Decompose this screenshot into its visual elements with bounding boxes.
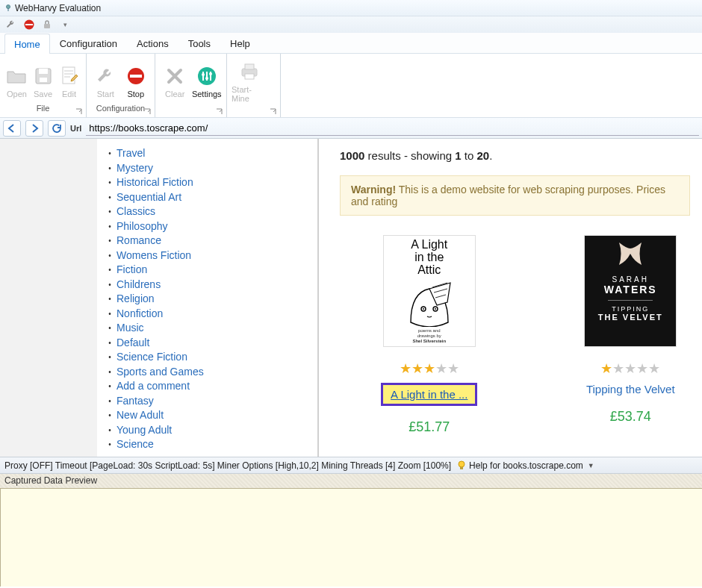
tab-actions[interactable]: Actions (127, 33, 178, 53)
category-link[interactable]: New Adult (117, 408, 164, 423)
document-edit-icon (58, 64, 81, 88)
svg-rect-7 (40, 78, 47, 82)
wrench-icon[interactable] (4, 18, 18, 31)
launcher-icon[interactable] (270, 108, 277, 116)
url-label: Url (70, 124, 81, 133)
svg-rect-8 (63, 67, 75, 84)
category-link[interactable]: Science Fiction (117, 350, 187, 365)
save-icon (31, 64, 55, 88)
svg-rect-3 (25, 24, 33, 25)
category-item: Fantasy (103, 394, 311, 409)
svg-rect-23 (460, 467, 463, 469)
workspace: TravelMysteryHistorical FictionSequentia… (0, 139, 702, 457)
star-rating: ★★★★★ (571, 362, 691, 375)
lock-icon[interactable] (40, 18, 54, 31)
status-text: Proxy [OFF] Timeout [PageLoad: 30s Scrip… (4, 460, 451, 471)
category-item: Science (103, 437, 311, 452)
svg-rect-1 (8, 8, 9, 11)
url-input[interactable] (86, 121, 699, 136)
category-item: Nonfiction (103, 307, 311, 322)
category-link[interactable]: Default (117, 336, 149, 351)
stop-icon (124, 64, 148, 88)
category-link[interactable]: Romance (117, 234, 161, 248)
book-cover[interactable]: SARAHWATERSTIPPINGTHE VELVET (584, 235, 677, 347)
dropdown-icon[interactable]: ▾ (58, 18, 72, 31)
svg-rect-4 (44, 24, 50, 28)
svg-rect-17 (245, 74, 254, 79)
category-link[interactable]: Childrens (117, 278, 161, 293)
forward-button[interactable] (25, 120, 43, 137)
launcher-icon[interactable] (216, 108, 223, 116)
category-link[interactable]: Music (117, 321, 144, 336)
launcher-icon[interactable] (75, 108, 83, 116)
menu-bar: Home Configuration Actions Tools Help (0, 33, 702, 54)
caret-down-icon: ▼ (588, 462, 594, 469)
help-link[interactable]: Help for books.toscrape.com ▼ (457, 460, 594, 471)
start-mine-button[interactable]: Start-Mine (232, 58, 267, 103)
category-item: Default (103, 336, 311, 351)
open-button[interactable]: Open (4, 63, 29, 98)
category-link[interactable]: Add a comment (117, 379, 190, 394)
status-bar: Proxy [OFF] Timeout [PageLoad: 30s Scrip… (0, 457, 702, 473)
category-link[interactable]: Travel (117, 146, 145, 161)
start-button[interactable]: Start (91, 63, 120, 98)
category-list: TravelMysteryHistorical FictionSequentia… (103, 146, 311, 452)
category-link[interactable]: Young Adult (117, 423, 172, 438)
category-item: Sequential Art (103, 190, 311, 205)
tab-home[interactable]: Home (4, 34, 50, 54)
category-item: Philosophy (103, 219, 311, 234)
category-link[interactable]: Sports and Games (117, 365, 204, 380)
svg-point-22 (459, 461, 465, 467)
wrench-large-icon (93, 64, 117, 88)
clear-button[interactable]: Clear (160, 63, 190, 98)
back-button[interactable] (3, 120, 21, 137)
product-title-link[interactable]: Tipping the Velvet (586, 383, 675, 395)
svg-point-20 (423, 308, 424, 310)
category-item: Historical Fiction (103, 175, 311, 190)
category-link[interactable]: Mystery (117, 161, 153, 176)
category-link[interactable]: Fantasy (117, 394, 154, 409)
category-link[interactable]: Womens Fiction (117, 248, 191, 263)
category-link[interactable]: Sequential Art (117, 190, 181, 205)
no-entry-icon[interactable] (22, 18, 36, 31)
svg-rect-16 (245, 64, 254, 69)
preview-body (0, 488, 702, 587)
settings-icon (195, 64, 219, 88)
product-grid: A Lightin theAtticpoems anddrawings bySh… (340, 235, 690, 435)
category-link[interactable]: Nonfiction (117, 307, 163, 322)
results-count: 1000 results - showing 1 to 20. (340, 149, 690, 162)
product-price: £51.77 (370, 419, 489, 435)
launcher-icon[interactable] (144, 108, 152, 116)
category-link[interactable]: Fiction (117, 263, 147, 278)
svg-rect-6 (39, 69, 48, 74)
category-item: Romance (103, 234, 311, 248)
title-bar: WebHarvy Evaluation (0, 0, 702, 16)
save-button[interactable]: Save (31, 63, 55, 98)
book-cover[interactable]: A Lightin theAtticpoems anddrawings bySh… (383, 235, 476, 347)
reload-button[interactable] (48, 120, 66, 137)
product-title-link[interactable]: A Light in the ... (381, 383, 477, 406)
settings-button[interactable]: Settings (192, 63, 223, 98)
stop-button[interactable]: Stop (122, 63, 151, 98)
ribbon: Open Save Edit File Start Stop Configur (0, 54, 702, 118)
category-link[interactable]: Classics (117, 204, 155, 219)
edit-button[interactable]: Edit (57, 63, 81, 98)
category-link[interactable]: Religion (117, 292, 155, 307)
nav-bar: Url (0, 118, 702, 139)
folder-open-icon (5, 64, 29, 88)
svg-rect-10 (130, 75, 142, 78)
category-item: Childrens (103, 278, 311, 293)
category-link[interactable]: Science (117, 437, 154, 452)
category-item: Womens Fiction (103, 248, 311, 263)
tab-configuration[interactable]: Configuration (50, 33, 127, 53)
category-item: Mystery (103, 161, 311, 176)
left-gutter (0, 139, 97, 457)
tab-help[interactable]: Help (220, 33, 260, 53)
svg-point-13 (205, 77, 208, 80)
category-link[interactable]: Philosophy (117, 219, 168, 234)
svg-point-21 (435, 308, 436, 310)
tab-tools[interactable]: Tools (178, 33, 220, 53)
category-link[interactable]: Historical Fiction (117, 175, 193, 190)
quick-access-toolbar: ▾ (0, 16, 702, 33)
svg-point-14 (209, 72, 212, 75)
